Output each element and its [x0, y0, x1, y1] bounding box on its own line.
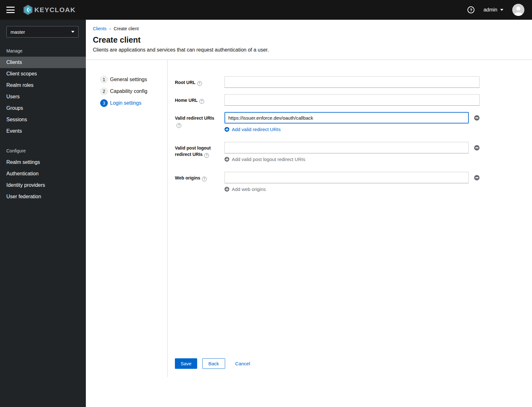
keycloak-logo-icon — [22, 4, 34, 16]
breadcrumb-separator: › — [109, 26, 111, 31]
sidebar-item-identity-providers[interactable]: Identity providers — [0, 179, 86, 191]
avatar[interactable] — [512, 4, 524, 16]
sidebar-item-user-federation[interactable]: User federation — [0, 191, 86, 202]
home-url-help-icon[interactable]: ? — [199, 99, 204, 104]
step-number-1: 1 — [100, 76, 108, 83]
page-title: Create client — [93, 35, 524, 45]
post-logout-redirect-uris-row: Valid post logout redirect URIs? Add val… — [175, 142, 480, 163]
sidebar-nav: Manage Clients Client scopes Realm roles… — [0, 44, 86, 202]
keycloak-logo: KEYCLOAK — [22, 4, 76, 16]
add-valid-redirect-uris-button[interactable]: Add valid redirect URIs — [225, 127, 280, 132]
plus-circle-icon — [225, 127, 229, 132]
sidebar-item-realm-roles[interactable]: Realm roles — [0, 80, 86, 91]
step-label-general-settings: General settings — [110, 77, 147, 82]
sidebar: master Manage Clients Client scopes Real… — [0, 20, 86, 407]
sidebar-item-clients[interactable]: Clients — [0, 57, 86, 68]
page-subtitle: Clients are applications and services th… — [93, 47, 524, 53]
valid-redirect-uris-label: Valid redirect URIs? — [175, 112, 225, 133]
wizard-step-general-settings[interactable]: 1 General settings — [100, 76, 147, 83]
minus-circle-icon — [474, 115, 480, 121]
web-origins-row: Web origins? Add web origins — [175, 172, 480, 193]
form-actions: Save Back Cancel — [175, 358, 480, 369]
web-origins-label: Web origins? — [175, 172, 225, 193]
plus-circle-icon — [225, 157, 229, 162]
web-origin-input[interactable] — [225, 172, 469, 183]
wizard-nav: 1 General settings 2 Capability config 3… — [86, 60, 167, 377]
minus-circle-icon — [474, 175, 480, 180]
home-url-label: Home URL? — [175, 94, 225, 106]
wizard-step-capability-config[interactable]: 2 Capability config — [100, 88, 147, 95]
user-menu-label: admin — [483, 7, 497, 13]
step-number-2: 2 — [100, 88, 108, 95]
hamburger-menu-icon[interactable] — [6, 7, 15, 13]
sidebar-item-events[interactable]: Events — [0, 125, 86, 137]
chevron-down-icon — [500, 9, 503, 11]
login-settings-form: Root URL? Home URL? Vali — [167, 60, 532, 377]
plus-circle-icon — [225, 187, 229, 192]
sidebar-item-users[interactable]: Users — [0, 91, 86, 102]
remove-post-logout-uri-button[interactable] — [474, 145, 480, 151]
step-number-3: 3 — [100, 99, 108, 107]
nav-section-manage: Manage — [0, 44, 86, 57]
breadcrumb: Clients › Create client — [93, 26, 524, 31]
valid-redirect-uri-input[interactable] — [225, 112, 469, 123]
top-bar: KEYCLOAK ? admin — [0, 0, 532, 20]
sidebar-item-realm-settings[interactable]: Realm settings — [0, 157, 86, 168]
sidebar-item-sessions[interactable]: Sessions — [0, 114, 86, 125]
nav-section-configure: Configure — [0, 144, 86, 157]
realm-selector-value: master — [10, 29, 25, 35]
root-url-row: Root URL? — [175, 76, 480, 88]
user-menu-dropdown[interactable]: admin — [483, 7, 503, 13]
chevron-down-icon — [71, 31, 74, 33]
add-post-logout-redirect-uris-button[interactable]: Add valid post logout redirect URIs — [225, 157, 305, 162]
remove-web-origin-button[interactable] — [474, 175, 480, 180]
post-logout-redirect-uri-input[interactable] — [225, 142, 469, 153]
add-web-origins-button[interactable]: Add web origins — [225, 186, 266, 192]
main-content: Clients › Create client Create client Cl… — [86, 20, 532, 407]
sidebar-item-groups[interactable]: Groups — [0, 102, 86, 114]
valid-redirect-uris-help-icon[interactable]: ? — [176, 123, 181, 128]
back-button[interactable]: Back — [202, 358, 225, 369]
web-origins-help-icon[interactable]: ? — [202, 177, 207, 181]
root-url-input[interactable] — [225, 76, 480, 88]
sidebar-item-client-scopes[interactable]: Client scopes — [0, 68, 86, 80]
realm-selector[interactable]: master — [6, 26, 79, 38]
step-label-capability-config: Capability config — [110, 88, 147, 94]
breadcrumb-clients-link[interactable]: Clients — [93, 26, 107, 31]
root-url-help-icon[interactable]: ? — [197, 81, 202, 86]
remove-redirect-uri-button[interactable] — [474, 115, 480, 121]
step-label-login-settings: Login settings — [110, 100, 142, 106]
post-logout-redirect-uris-label: Valid post logout redirect URIs? — [175, 142, 225, 163]
sidebar-item-authentication[interactable]: Authentication — [0, 168, 86, 179]
minus-circle-icon — [474, 145, 480, 151]
cancel-button[interactable]: Cancel — [234, 358, 252, 369]
breadcrumb-current: Create client — [114, 26, 139, 31]
brand-text: KEYCLOAK — [34, 6, 76, 14]
post-logout-redirect-uris-help-icon[interactable]: ? — [204, 153, 209, 158]
root-url-label: Root URL? — [175, 76, 225, 88]
valid-redirect-uris-row: Valid redirect URIs? Add valid redirect … — [175, 112, 480, 133]
home-url-input[interactable] — [225, 94, 480, 106]
wizard-step-login-settings[interactable]: 3 Login settings — [100, 99, 142, 107]
help-icon[interactable]: ? — [467, 6, 474, 13]
home-url-row: Home URL? — [175, 94, 480, 106]
save-button[interactable]: Save — [175, 358, 197, 369]
